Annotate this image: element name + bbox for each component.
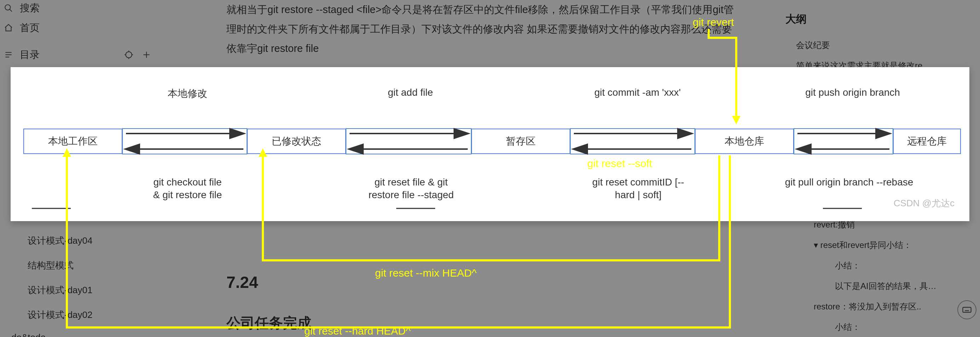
outline-item[interactable]: ▾ reset和revert异同小结：: [814, 239, 912, 251]
svg-line-1: [10, 9, 12, 12]
plus-icon[interactable]: [142, 50, 151, 60]
nav-toc-label: 目录: [20, 48, 40, 62]
target-icon[interactable]: [124, 50, 134, 60]
anno-revert: git revert: [693, 16, 734, 28]
watermark: CSDN @尤达c: [894, 197, 955, 209]
search-icon: [3, 3, 13, 13]
svg-point-0: [5, 5, 10, 10]
search-label: 搜索: [20, 2, 40, 15]
toc-icon: [3, 50, 13, 60]
cmd-reset-commit: git reset commitID [-- hard | soft]: [571, 176, 705, 202]
anno-mix-v: [718, 155, 720, 261]
stage-local-repo: 本地仓库: [695, 128, 794, 154]
anno-reset-soft: git reset --soft: [587, 158, 652, 169]
sidebar-item[interactable]: do&todo: [11, 332, 46, 337]
anno-hard-head: [63, 149, 71, 157]
stage-stage: 暂存区: [471, 128, 570, 154]
anno-reset-hard: git reset --hard HEAD^: [304, 325, 411, 337]
anno-hard-v2: [66, 155, 68, 329]
outline-item[interactable]: restore：将没加入到暂存区..: [814, 301, 921, 312]
svg-rect-18: [123, 128, 247, 154]
stage-remote: 远程仓库: [893, 128, 961, 154]
git-flow-diagram: 本地工作区 已修改状态 暂存区 本地仓库 远程仓库 本地修改 git add f…: [11, 67, 969, 221]
anno-mix-head: [259, 149, 267, 157]
outline-item[interactable]: 以下是AI回答的结果，具…: [835, 280, 937, 292]
outline-item[interactable]: 小结：: [835, 321, 861, 333]
keyboard-icon[interactable]: [957, 300, 977, 320]
stage-work: 本地工作区: [23, 128, 123, 154]
article-paragraph: 就相当于git restore --staged <file>命令只是将在暂存区…: [226, 0, 740, 58]
anno-revert-arrow-v2: [735, 37, 737, 117]
sidebar-item[interactable]: 设计模式-day01: [28, 284, 93, 296]
svg-rect-19: [346, 128, 471, 154]
sidebar-item[interactable]: 设计模式-day02: [28, 309, 93, 321]
home-icon: [3, 23, 13, 33]
svg-rect-21: [794, 128, 893, 154]
anno-mix-v2: [262, 155, 264, 261]
cmd-push: git push origin branch: [796, 87, 909, 98]
cmd-modify: 本地修改: [138, 87, 237, 100]
svg-point-5: [126, 52, 132, 58]
outline-item[interactable]: 会议纪要: [796, 40, 830, 51]
sidebar-item[interactable]: 设计模式-day04: [28, 234, 93, 247]
cmd-checkout: git checkout file & git restore file: [124, 176, 251, 202]
anno-revert-arrow-h: [708, 37, 737, 39]
anno-mix-h: [262, 259, 720, 261]
cmd-reset-file: git reset file & git restore file --stag…: [347, 176, 475, 202]
outline-item[interactable]: 小结：: [835, 260, 861, 271]
anno-revert-arrow-head: [732, 116, 740, 124]
cmd-pull: git pull origin branch --rebase: [778, 176, 920, 188]
heading-task: 公司任务完成: [226, 309, 740, 336]
nav-home[interactable]: 首页: [3, 21, 40, 35]
cmd-add: git add file: [361, 87, 460, 98]
svg-rect-12: [963, 307, 971, 312]
cmd-commit: git commit -am 'xxx': [584, 87, 690, 98]
outline-title: 大纲: [786, 12, 807, 27]
search-row[interactable]: 搜索: [3, 2, 40, 15]
nav-home-label: 首页: [20, 21, 40, 35]
svg-rect-20: [570, 128, 695, 154]
anno-reset-mix: git reset --mix HEAD^: [375, 267, 477, 279]
anno-hard-v: [729, 155, 731, 329]
nav-toc[interactable]: 目录: [3, 48, 40, 62]
heading-date: 7.24: [226, 267, 740, 298]
